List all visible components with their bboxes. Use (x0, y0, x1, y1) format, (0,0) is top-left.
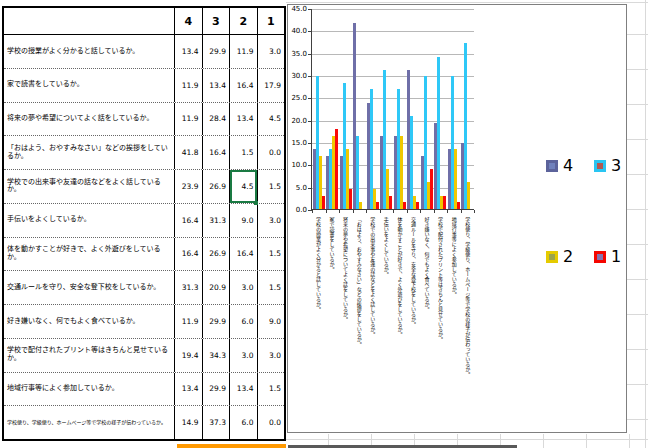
category-label: 手伝いをよくしているか。 (379, 217, 393, 427)
table-header-cells: 4321 (174, 8, 284, 34)
x-axis-tick (447, 210, 448, 213)
x-axis-tick (312, 210, 313, 213)
y-axis-tick (308, 98, 312, 99)
spreadsheet-canvas: 4321 学校の授業がよく分かると話しているか。13.429.911.93.0家… (0, 0, 648, 448)
legend-label: 2 (563, 247, 573, 266)
category-label: 体を動かすことが好きで、よく外遊びをしているか。 (392, 217, 406, 427)
value-cell[interactable]: 41.8 (174, 136, 202, 169)
value-cell[interactable]: 19.4 (174, 339, 202, 372)
value-cell[interactable]: 29.9 (202, 35, 230, 68)
value-cell[interactable]: 6.0 (229, 406, 257, 439)
value-cell[interactable]: 28.4 (202, 103, 230, 136)
value-cell[interactable]: 26.9 (202, 170, 230, 203)
bar-series-1 (335, 129, 338, 209)
x-axis-tick (393, 210, 394, 213)
bar-group (339, 9, 353, 209)
value-cell[interactable]: 3.0 (229, 339, 257, 372)
x-axis-tick (474, 210, 475, 213)
value-cell[interactable]: 31.3 (202, 204, 230, 237)
question-column-header[interactable] (4, 8, 174, 34)
chart-object[interactable]: 0.05.010.015.020.025.030.035.040.045.0 学… (287, 4, 627, 433)
question-cell[interactable]: 学校での出来事や友達の話などをよく話しているか。 (4, 170, 174, 203)
value-cell[interactable]: 11.9 (174, 305, 202, 338)
bar-series-1 (349, 189, 352, 209)
fill-handle[interactable] (254, 201, 258, 205)
category-label: 学校の授業がよく分かると話しているか。 (311, 217, 325, 427)
y-axis-tick-label: 35.0 (291, 50, 307, 58)
value-cell[interactable]: 1.5 (257, 170, 285, 203)
value-cell[interactable]: 16.4 (174, 238, 202, 271)
x-axis-tick (420, 210, 421, 213)
value-cell[interactable]: 3.0 (257, 204, 285, 237)
value-cell[interactable]: 16.4 (202, 136, 230, 169)
category-label: 好き嫌いなく、何でもよく食べているか。 (420, 217, 434, 427)
value-cell[interactable]: 13.4 (174, 35, 202, 68)
value-cell[interactable]: 13.4 (229, 373, 257, 406)
value-cell[interactable]: 13.4 (229, 103, 257, 136)
value-cell[interactable]: 4.5 (257, 103, 285, 136)
question-cell[interactable]: 将来の夢や希望についてよく話をしているか。 (4, 103, 174, 136)
value-cell[interactable]: 0.0 (257, 406, 285, 439)
category-label: 「おはよう、おやすみなさい」などの挨拶をしているか。 (352, 217, 366, 427)
value-cell[interactable]: 1.5 (229, 136, 257, 169)
table-row: 将来の夢や希望についてよく話をしているか。11.928.413.44.5 (4, 102, 284, 136)
bar-series-1 (430, 169, 433, 209)
value-cell[interactable]: 6.0 (229, 305, 257, 338)
y-axis-tick (308, 121, 312, 122)
question-cell[interactable]: 好き嫌いなく、何でもよく食べているか。 (4, 305, 174, 338)
column-header-1[interactable]: 1 (257, 8, 285, 34)
value-cell[interactable]: 1.5 (257, 373, 285, 406)
bar-group (366, 9, 380, 209)
y-axis-tick-label: 15.0 (291, 139, 307, 147)
table-row: 体を動かすことが好きで、よく外遊びをしているか。16.426.916.41.5 (4, 237, 284, 271)
bar-series-3 (356, 136, 359, 209)
value-cell[interactable]: 3.0 (257, 35, 285, 68)
value-cell[interactable]: 26.9 (202, 238, 230, 271)
selected-cell[interactable]: 4.5 (229, 170, 257, 203)
value-cell[interactable]: 23.9 (174, 170, 202, 203)
value-cell[interactable]: 29.9 (202, 305, 230, 338)
question-cell[interactable]: 「おはよう、おやすみなさい」などの挨拶をしているか。 (4, 136, 174, 169)
value-cell[interactable]: 31.3 (174, 271, 202, 304)
column-header-4[interactable]: 4 (174, 8, 202, 34)
value-cell[interactable]: 13.4 (202, 69, 230, 102)
value-cell[interactable]: 37.3 (202, 406, 230, 439)
question-cell[interactable]: 学校の授業がよく分かると話しているか。 (4, 35, 174, 68)
value-cell[interactable]: 0.0 (257, 136, 285, 169)
value-cell[interactable]: 11.9 (174, 69, 202, 102)
value-cell[interactable]: 3.0 (229, 271, 257, 304)
legend-item-3: 3 (594, 156, 621, 175)
value-cell[interactable]: 16.4 (229, 69, 257, 102)
value-cell[interactable]: 34.3 (202, 339, 230, 372)
y-axis-labels: 0.05.010.015.020.025.030.035.040.045.0 (288, 9, 309, 210)
value-cell[interactable]: 17.9 (257, 69, 285, 102)
table-row: 交通ルールを守り、安全な登下校をしているか。31.320.93.01.5 (4, 270, 284, 304)
question-cell[interactable]: 交通ルールを守り、安全な登下校をしているか。 (4, 271, 174, 304)
table-row: 学校での出来事や友達の話などをよく話しているか。23.926.94.51.5 (4, 169, 284, 203)
value-cell[interactable]: 9.0 (229, 204, 257, 237)
value-cell[interactable]: 29.9 (202, 373, 230, 406)
question-cell[interactable]: 体を動かすことが好きで、よく外遊びをしているか。 (4, 238, 174, 271)
column-header-3[interactable]: 3 (202, 8, 230, 34)
value-cell[interactable]: 16.4 (229, 238, 257, 271)
legend-label: 3 (611, 156, 621, 175)
value-cell[interactable]: 3.0 (257, 339, 285, 372)
value-cell[interactable]: 13.4 (174, 373, 202, 406)
question-cell[interactable]: 手伝いをよくしているか。 (4, 204, 174, 237)
value-cell[interactable]: 9.0 (257, 305, 285, 338)
question-cell[interactable]: 家で読書をしているか。 (4, 69, 174, 102)
value-cell[interactable]: 11.9 (174, 103, 202, 136)
question-cell[interactable]: 地域行事等によく参加しているか。 (4, 373, 174, 406)
x-axis-tick (366, 210, 367, 213)
legend-item-2: 2 (546, 247, 573, 266)
value-cell[interactable]: 20.9 (202, 271, 230, 304)
value-cell[interactable]: 14.9 (174, 406, 202, 439)
question-cell[interactable]: 学校で配付されたプリント等はきちんと見せているか。 (4, 339, 174, 372)
column-header-2[interactable]: 2 (229, 8, 257, 34)
value-cell[interactable]: 11.9 (229, 35, 257, 68)
y-axis-tick (308, 31, 312, 32)
question-cell[interactable]: 学校便り、学級便り、ホームページ等で学校の様子が伝わっているか。 (4, 406, 174, 439)
value-cell[interactable]: 16.4 (174, 204, 202, 237)
value-cell[interactable]: 1.5 (257, 238, 285, 271)
value-cell[interactable]: 1.5 (257, 271, 285, 304)
